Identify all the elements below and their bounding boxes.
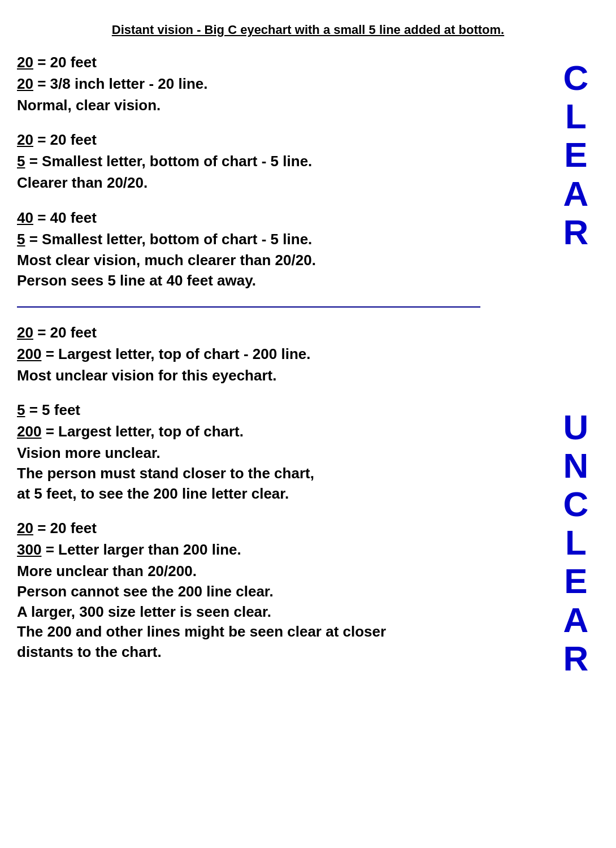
page-title: Distant vision - Big C eyechart with a s… bbox=[17, 23, 599, 37]
fraction-row-6-2: 300 = Letter larger than 200 line. bbox=[17, 540, 543, 560]
fraction-rest-2-1: = 20 feet bbox=[37, 131, 97, 148]
section-2-desc: Clearer than 20/20. bbox=[17, 174, 543, 193]
fraction-row-4-1: 20 = 20 feet bbox=[17, 323, 543, 343]
fraction-row-1-1: 20 = 20 feet bbox=[17, 53, 543, 72]
numerator-1-1: 20 bbox=[17, 53, 33, 72]
section-3-desc-2: Person sees 5 line at 40 feet away. bbox=[17, 271, 543, 291]
section-2: 20 = 20 feet 5 = Smallest letter, bottom… bbox=[17, 131, 543, 192]
fraction-rest-5-2: = Largest letter, top of chart. bbox=[46, 423, 244, 440]
numerator-6-1: 20 bbox=[17, 519, 33, 538]
unclear-letter-u: U bbox=[563, 408, 590, 447]
clear-letter-r: R bbox=[563, 213, 590, 252]
fraction-rest-6-2: = Letter larger than 200 line. bbox=[46, 541, 241, 558]
clear-letter-a: A bbox=[563, 175, 590, 213]
fraction-row-3-1: 40 = 40 feet bbox=[17, 209, 543, 228]
unclear-label: U N C L E A R bbox=[563, 408, 590, 678]
unclear-letter-a: A bbox=[563, 601, 590, 639]
numerator-6-2: 300 bbox=[17, 540, 41, 560]
unclear-letter-c: C bbox=[563, 485, 590, 523]
clear-label: C L E A R bbox=[563, 59, 590, 252]
unclear-letter-e: E bbox=[564, 562, 588, 600]
numerator-4-1: 20 bbox=[17, 323, 33, 343]
numerator-5-1: 5 bbox=[17, 401, 25, 420]
numerator-5-2: 200 bbox=[17, 422, 41, 442]
section-4: 20 = 20 feet 200 = Largest letter, top o… bbox=[17, 323, 543, 385]
fraction-row-4-2: 200 = Largest letter, top of chart - 200… bbox=[17, 345, 543, 364]
clear-letter-l: L bbox=[565, 97, 588, 136]
section-5-desc-3: at 5 feet, to see the 200 line letter cl… bbox=[17, 484, 543, 504]
fraction-row-2-2: 5 = Smallest letter, bottom of chart - 5… bbox=[17, 152, 543, 171]
fraction-rest-2-2: = Smallest letter, bottom of chart - 5 l… bbox=[29, 153, 313, 170]
numerator-2-2: 5 bbox=[17, 152, 25, 171]
numerator-3-2: 5 bbox=[17, 230, 25, 249]
section-5: 5 = 5 feet 200 = Largest letter, top of … bbox=[17, 401, 543, 503]
fraction-row-3-2: 5 = Smallest letter, bottom of chart - 5… bbox=[17, 230, 543, 249]
fraction-rest-1-2: = 3/8 inch letter - 20 line. bbox=[37, 75, 207, 92]
section-5-desc-2: The person must stand closer to the char… bbox=[17, 464, 543, 483]
section-6-desc-4: The 200 and other lines might be seen cl… bbox=[17, 622, 543, 642]
section-6: 20 = 20 feet 300 = Letter larger than 20… bbox=[17, 519, 543, 662]
unclear-letter-n: N bbox=[563, 447, 590, 485]
section-3-desc-1: Most clear vision, much clearer than 20/… bbox=[17, 251, 543, 270]
clear-letter-c: C bbox=[563, 59, 590, 97]
fraction-row-1-2: 20 = 3/8 inch letter - 20 line. bbox=[17, 75, 543, 94]
unclear-letter-l: L bbox=[565, 523, 588, 562]
fraction-row-5-2: 200 = Largest letter, top of chart. bbox=[17, 422, 543, 442]
section-1: 20 = 20 feet 20 = 3/8 inch letter - 20 l… bbox=[17, 53, 543, 115]
numerator-4-2: 200 bbox=[17, 345, 41, 364]
numerator-3-1: 40 bbox=[17, 209, 33, 228]
clear-letter-e: E bbox=[564, 136, 588, 174]
section-6-desc-3: A larger, 300 size letter is seen clear. bbox=[17, 603, 543, 622]
fraction-rest-3-2: = Smallest letter, bottom of chart - 5 l… bbox=[29, 231, 313, 248]
section-6-desc-1: More unclear than 20/200. bbox=[17, 562, 543, 581]
divider bbox=[17, 306, 480, 308]
section-1-desc: Normal, clear vision. bbox=[17, 96, 543, 115]
fraction-rest-5-1: = 5 feet bbox=[29, 401, 80, 418]
numerator-1-2: 20 bbox=[17, 75, 33, 94]
section-6-desc-2: Person cannot see the 200 line clear. bbox=[17, 582, 543, 602]
left-column: 20 = 20 feet 20 = 3/8 inch letter - 20 l… bbox=[17, 53, 554, 678]
fraction-rest-6-1: = 20 feet bbox=[37, 520, 97, 537]
section-6-desc-5: distants to the chart. bbox=[17, 643, 543, 662]
numerator-2-1: 20 bbox=[17, 131, 33, 150]
right-column: C L E A R U N C L E A R bbox=[554, 53, 599, 678]
section-5-desc-1: Vision more unclear. bbox=[17, 444, 543, 463]
section-4-desc: Most unclear vision for this eyechart. bbox=[17, 366, 543, 386]
fraction-row-5-1: 5 = 5 feet bbox=[17, 401, 543, 420]
fraction-rest-4-1: = 20 feet bbox=[37, 324, 97, 341]
fraction-row-6-1: 20 = 20 feet bbox=[17, 519, 543, 538]
unclear-letter-r: R bbox=[563, 639, 590, 678]
fraction-row-2-1: 20 = 20 feet bbox=[17, 131, 543, 150]
section-3: 40 = 40 feet 5 = Smallest letter, bottom… bbox=[17, 209, 543, 291]
fraction-rest-3-1: = 40 feet bbox=[37, 209, 97, 226]
fraction-rest-1-1: = 20 feet bbox=[37, 54, 97, 71]
fraction-rest-4-2: = Largest letter, top of chart - 200 lin… bbox=[46, 345, 311, 362]
